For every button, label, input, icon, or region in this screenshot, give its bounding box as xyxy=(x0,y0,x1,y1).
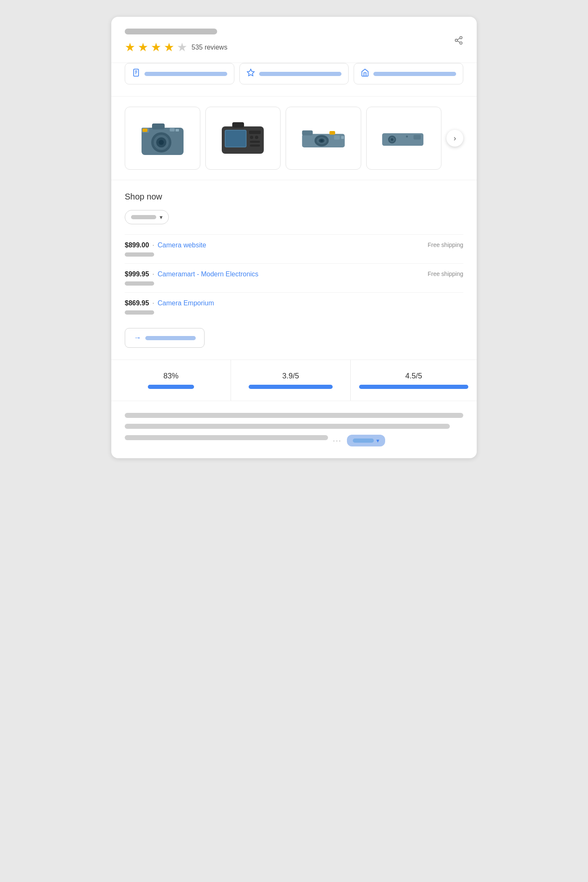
reviews-count: 535 reviews xyxy=(192,44,227,51)
svg-rect-21 xyxy=(232,122,244,128)
listing-2-left: $999.95 · Cameramart - Modern Electronic… xyxy=(125,270,258,278)
store-label xyxy=(373,72,456,76)
text-line-2 xyxy=(125,424,450,429)
listing-1-store[interactable]: Camera website xyxy=(158,242,206,249)
stat-block-3: 4.5/5 xyxy=(351,360,477,401)
listing-1-sub xyxy=(125,252,154,257)
stat-block-1: 83% xyxy=(111,360,231,401)
listing-2-store[interactable]: Cameramart - Modern Electronics xyxy=(158,270,258,278)
svg-rect-24 xyxy=(249,131,261,134)
star-4: ★ xyxy=(164,40,174,54)
stat-value-3: 4.5/5 xyxy=(405,372,422,381)
text-section: ··· ▾ xyxy=(111,401,477,458)
listing-2-price: $999.95 xyxy=(125,270,149,278)
listing-2-sub xyxy=(125,281,154,286)
see-more-label xyxy=(145,336,196,340)
listing-3-dot: · xyxy=(152,299,154,307)
listing-2-row: $999.95 · Cameramart - Modern Electronic… xyxy=(125,270,463,278)
chevron-down-icon: ▾ xyxy=(160,214,163,220)
svg-line-3 xyxy=(457,41,460,42)
svg-rect-19 xyxy=(142,129,147,132)
listing-3-price: $869.95 xyxy=(125,299,149,307)
camera-image-1[interactable] xyxy=(125,107,200,170)
shop-title: Shop now xyxy=(125,192,463,202)
svg-rect-30 xyxy=(302,130,312,135)
svg-rect-43 xyxy=(414,135,421,139)
text-line-3-row: ··· ▾ xyxy=(125,435,463,446)
svg-rect-26 xyxy=(255,136,258,139)
filter-dropdown[interactable]: ▾ xyxy=(125,210,169,224)
see-more-arrow-icon: → xyxy=(134,333,141,342)
save-button[interactable] xyxy=(239,63,349,84)
specs-button[interactable] xyxy=(125,63,234,84)
stat-value-1: 83% xyxy=(163,372,178,381)
stats-section: 83% 3.9/5 4.5/5 xyxy=(111,360,477,401)
expand-badge[interactable]: ▾ xyxy=(347,435,385,446)
listing-1-row: $899.00 · Camera website Free shipping xyxy=(125,242,463,249)
svg-rect-27 xyxy=(250,141,260,143)
svg-point-35 xyxy=(320,139,323,142)
listing-3: $869.95 · Camera Emporium xyxy=(125,292,463,321)
star-icon xyxy=(247,68,255,79)
listing-1-left: $899.00 · Camera website xyxy=(125,242,206,249)
title-left: ★ ★ ★ ★ ★ 535 reviews xyxy=(125,29,227,54)
listing-2-shipping: Free shipping xyxy=(428,270,463,277)
listing-1-shipping: Free shipping xyxy=(428,242,463,248)
svg-rect-37 xyxy=(341,136,344,139)
filter-label xyxy=(131,215,156,219)
listing-3-store[interactable]: Camera Emporium xyxy=(158,299,214,307)
svg-rect-25 xyxy=(250,136,253,139)
star-1: ★ xyxy=(125,40,135,54)
listing-3-left: $869.95 · Camera Emporium xyxy=(125,299,214,307)
store-button[interactable] xyxy=(354,63,463,84)
images-section: › xyxy=(111,97,477,180)
actions-row xyxy=(111,63,477,97)
product-card: ★ ★ ★ ★ ★ 535 reviews xyxy=(111,17,477,458)
svg-point-41 xyxy=(391,138,394,141)
camera-image-4[interactable] xyxy=(366,107,442,170)
svg-rect-14 xyxy=(176,129,179,131)
svg-point-18 xyxy=(159,140,164,145)
title-section: ★ ★ ★ ★ ★ 535 reviews xyxy=(111,17,477,63)
see-more-button[interactable]: → xyxy=(125,328,205,348)
star-5: ★ xyxy=(177,40,187,54)
svg-rect-36 xyxy=(334,135,340,139)
expand-chevron-icon: ▾ xyxy=(376,437,379,444)
camera-image-2[interactable] xyxy=(205,107,281,170)
share-icon[interactable] xyxy=(454,36,463,47)
text-line-1 xyxy=(125,413,463,418)
stat-block-2: 3.9/5 xyxy=(231,360,351,401)
product-title-bar xyxy=(125,29,217,34)
save-label xyxy=(259,72,342,76)
shop-section: Shop now ▾ $899.00 · Camera website Free… xyxy=(111,180,477,360)
stat-bar-1 xyxy=(148,385,194,389)
listing-1-dot: · xyxy=(152,242,154,249)
store-icon xyxy=(361,68,369,79)
svg-line-4 xyxy=(457,38,460,39)
next-image-button[interactable]: › xyxy=(446,130,463,147)
stat-bar-3 xyxy=(359,385,468,389)
svg-rect-31 xyxy=(329,131,335,134)
text-line-3 xyxy=(125,435,328,440)
svg-rect-13 xyxy=(170,128,175,131)
listing-1: $899.00 · Camera website Free shipping xyxy=(125,234,463,263)
specs-icon xyxy=(132,68,140,79)
star-3: ★ xyxy=(151,40,161,54)
stat-value-2: 3.9/5 xyxy=(282,372,299,381)
ellipsis-icon: ··· xyxy=(333,436,342,445)
svg-rect-23 xyxy=(226,131,246,147)
listing-3-row: $869.95 · Camera Emporium xyxy=(125,299,463,307)
svg-rect-28 xyxy=(250,144,260,147)
svg-point-42 xyxy=(406,136,408,138)
listing-2: $999.95 · Cameramart - Modern Electronic… xyxy=(125,263,463,292)
rating-row: ★ ★ ★ ★ ★ 535 reviews xyxy=(125,40,227,54)
svg-marker-9 xyxy=(247,69,254,76)
star-2: ★ xyxy=(138,40,148,54)
stat-bar-2 xyxy=(249,385,333,389)
specs-label xyxy=(144,72,227,76)
svg-rect-11 xyxy=(152,123,165,129)
listing-2-dot: · xyxy=(152,270,154,278)
camera-image-3[interactable] xyxy=(286,107,361,170)
expand-badge-text xyxy=(353,438,374,443)
listing-3-sub xyxy=(125,310,154,315)
